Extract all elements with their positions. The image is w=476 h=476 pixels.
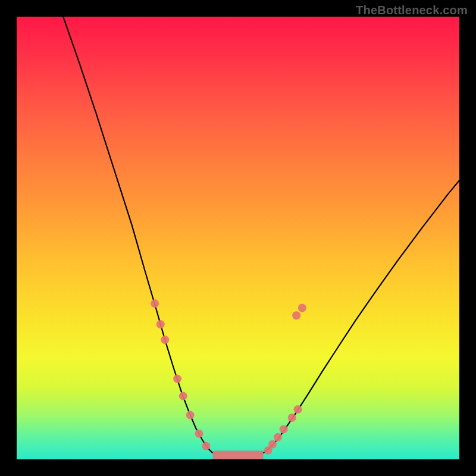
data-dot — [161, 336, 169, 344]
data-dot — [274, 433, 282, 441]
data-dot — [186, 411, 195, 419]
data-dot — [179, 392, 187, 400]
bottom-flat-segment — [213, 450, 264, 459]
data-dot — [268, 440, 277, 449]
data-dot — [173, 375, 181, 383]
data-dot — [298, 304, 306, 312]
left-curve — [63, 17, 212, 453]
data-dots — [151, 299, 306, 455]
data-dot — [156, 320, 165, 328]
data-dot — [195, 430, 203, 438]
curve-overlay — [17, 17, 459, 459]
data-dot — [280, 425, 288, 433]
data-dot — [293, 405, 302, 414]
watermark-label: TheBottleneck.com — [356, 4, 468, 17]
data-dot — [288, 414, 296, 422]
data-dot — [202, 442, 210, 450]
chart-stage: TheBottleneck.com — [0, 0, 476, 476]
data-dot — [292, 311, 300, 320]
plot-area — [17, 17, 459, 459]
data-dot — [151, 299, 159, 308]
